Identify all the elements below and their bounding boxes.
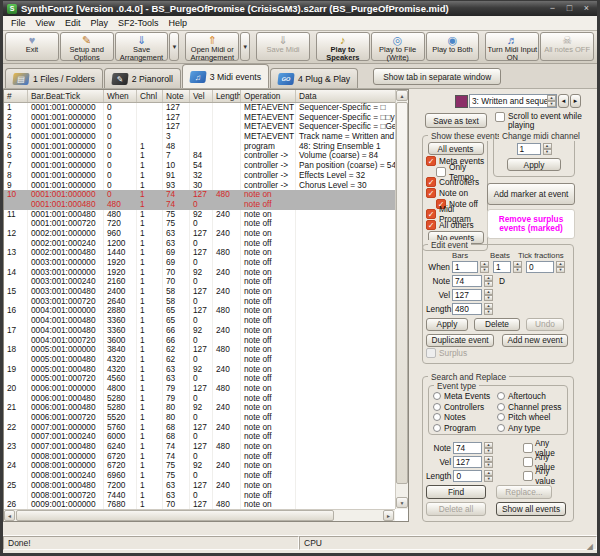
event-type-meta-events[interactable]: Meta Events: [433, 391, 497, 402]
midi-channel-spinner[interactable]: ▲▼: [543, 143, 552, 155]
find-button[interactable]: Find: [426, 485, 486, 499]
table-row[interactable]: 120002:001:000000960163127240note on: [4, 229, 396, 239]
resize-grip[interactable]: ◢: [587, 542, 593, 551]
when-bars-spinner[interactable]: ▲▼: [480, 261, 489, 273]
vertical-scrollbar-thumb[interactable]: [396, 102, 408, 484]
when-ticks-spinner[interactable]: ▲▼: [556, 261, 565, 273]
table-row[interactable]: 210006:001:000480528018092240note on: [4, 403, 396, 413]
add-marker-button[interactable]: Add marker at event: [487, 183, 575, 205]
table-row[interactable]: 100001:001:0000000174127480note on: [4, 190, 396, 200]
scroll-left-icon[interactable]: ◄: [4, 510, 15, 521]
tab-plug-and-play[interactable]: GO4 Plug & Play: [270, 68, 358, 88]
menu-play[interactable]: Play: [85, 18, 113, 28]
table-row[interactable]: 0003:001:00024021601700note off: [4, 277, 396, 287]
table-row[interactable]: 260009:001:0000007680170127480note on: [4, 500, 396, 509]
edit-vel-spinner[interactable]: ▲▼: [484, 289, 493, 301]
search-note-input[interactable]: 74: [453, 442, 482, 454]
save-arrangement-dropdown-button[interactable]: ▼: [169, 32, 179, 61]
table-row[interactable]: 200006:001:0000004800179127480note on: [4, 384, 396, 394]
toolbar-save-midi-button[interactable]: ⇓Save Midi: [256, 32, 310, 61]
table-row[interactable]: 0003:001:00000019201690note off: [4, 258, 396, 268]
show-events-item-only-tempo[interactable]: Only Tempo: [436, 167, 485, 178]
show-events-item-controllers[interactable]: ✓Controllers: [426, 177, 485, 188]
controllers-radio[interactable]: [433, 403, 441, 411]
column-header-note[interactable]: Note: [163, 90, 190, 102]
table-row[interactable]: 0001:001:0007207201750note off: [4, 219, 396, 229]
edit-note-spinner[interactable]: ▲▼: [484, 275, 493, 287]
table-row[interactable]: 240008:001:000000672017592240note on: [4, 461, 396, 471]
column-header-[interactable]: #: [4, 90, 28, 102]
remove-surplus-button[interactable]: Remove surplus events (marked): [487, 209, 575, 239]
close-button[interactable]: ×: [580, 3, 593, 14]
table-row[interactable]: 230007:001:0004806240174127480note on: [4, 442, 396, 452]
toolbar-setup-and-options-button[interactable]: ✎Setup and Options: [60, 32, 114, 61]
table-row[interactable]: 0004:001:00048033601650note off: [4, 316, 396, 326]
event-type-aftertouch[interactable]: Aftertouch: [497, 391, 567, 402]
table-row[interactable]: 0003:001:00072026401580note off: [4, 297, 396, 307]
show-events-item-note-on[interactable]: ✓Note on: [426, 188, 485, 199]
delete-all-button[interactable]: Delete all: [426, 502, 486, 516]
save-as-text-button[interactable]: Save as text: [425, 113, 487, 128]
table-row[interactable]: 140003:001:000000192017092240note on: [4, 268, 396, 278]
menu-view[interactable]: View: [31, 18, 60, 28]
vertical-scrollbar[interactable]: ▲ ▼: [395, 90, 408, 509]
scroll-to-event-checkbox[interactable]: [495, 112, 505, 122]
track-spinner[interactable]: ▲▼: [547, 95, 556, 107]
table-row[interactable]: 110001:001:00048048017592240note on: [4, 210, 396, 220]
table-row[interactable]: 180005:001:0000003840162127480note on: [4, 345, 396, 355]
delete-event-button[interactable]: Delete: [474, 318, 520, 331]
tab-files-folders[interactable]: ▤1 Files / Folders: [5, 68, 103, 88]
any-type-radio[interactable]: [497, 424, 505, 432]
table-row[interactable]: 30001:001:0000000127METAEVENT ->Sequence…: [4, 122, 396, 132]
menu-file[interactable]: File: [6, 18, 31, 28]
all-others-checkbox[interactable]: ✓: [426, 220, 436, 230]
table-row[interactable]: 0008:001:00000067201740note off: [4, 452, 396, 462]
table-row[interactable]: 50001:001:0000000148program48: String En…: [4, 142, 396, 152]
when-beats-spinner[interactable]: ▲▼: [513, 261, 522, 273]
search-note-spinner[interactable]: ▲▼: [484, 442, 493, 454]
only-tempo-checkbox[interactable]: [436, 167, 446, 177]
menu-sf2-tools[interactable]: SF2-Tools: [113, 18, 164, 28]
table-row[interactable]: 0005:001:00048043201620note off: [4, 355, 396, 365]
aftertouch-radio[interactable]: [497, 392, 505, 400]
table-row[interactable]: 70001:001:000000011054controller ->Pan p…: [4, 161, 396, 171]
replace-button[interactable]: Replace...: [496, 485, 552, 499]
search-length-input[interactable]: 0: [453, 470, 482, 482]
edit-vel-input[interactable]: 127: [452, 289, 482, 301]
horizontal-scrollbar[interactable]: ◄ ►: [4, 509, 395, 521]
column-header-data[interactable]: Data: [296, 90, 408, 102]
toolbar-exit-button[interactable]: ♥Exit: [5, 32, 59, 61]
table-row[interactable]: 160004:001:0000002880165127480note on: [4, 306, 396, 316]
column-header-vel[interactable]: Vel: [190, 90, 213, 102]
event-type-program[interactable]: Program: [433, 423, 497, 434]
show-all-events-button[interactable]: Show all events: [496, 502, 566, 516]
duplicate-event-button[interactable]: Duplicate event: [426, 334, 494, 347]
toolbar-all-notes-off-button[interactable]: ☠All notes OFF: [540, 32, 594, 61]
channel-press-radio[interactable]: [497, 403, 505, 411]
edit-note-input[interactable]: 74: [452, 275, 482, 287]
toolbar-save-arrangement-button[interactable]: ⇓Save Arrangement: [115, 32, 169, 61]
meta-events-checkbox[interactable]: ✓: [426, 156, 436, 166]
menu-edit[interactable]: Edit: [60, 18, 86, 28]
search-vel-input[interactable]: 127: [453, 456, 482, 468]
table-row[interactable]: 40001:001:00000003METAEVENT ->Track name…: [4, 132, 396, 142]
table-row[interactable]: 0006:001:00072055201800note off: [4, 413, 396, 423]
table-row[interactable]: 0008:001:00072074401630note off: [4, 491, 396, 501]
event-type-any-type[interactable]: Any type: [497, 423, 567, 434]
table-row[interactable]: 20001:001:0000000127METAEVENT ->Sequence…: [4, 113, 396, 123]
surplus-checkbox[interactable]: [426, 348, 436, 358]
vel-any-value-checkbox[interactable]: [523, 457, 533, 467]
table-row[interactable]: 0006:001:00048052801790note off: [4, 394, 396, 404]
scroll-right-icon[interactable]: ►: [383, 510, 394, 521]
toolbar-play-to-file-write-button[interactable]: ◎Play to File (Write): [371, 32, 425, 61]
table-row[interactable]: 190005:001:000480432016392240note on: [4, 365, 396, 375]
table-row[interactable]: 220007:001:0000005760168127240note on: [4, 423, 396, 433]
midi-channel-input[interactable]: 1: [517, 143, 541, 155]
search-vel-spinner[interactable]: ▲▼: [484, 456, 493, 468]
menu-help[interactable]: Help: [163, 18, 192, 28]
table-row[interactable]: 0001:001:0004804801740note off: [4, 200, 396, 210]
table-row[interactable]: 170004:001:000480336016692240note on: [4, 326, 396, 336]
all-events-button[interactable]: All events: [428, 142, 484, 155]
table-row[interactable]: 130002:001:0004801440169127480note on: [4, 248, 396, 258]
pitch-wheel-radio[interactable]: [497, 413, 505, 421]
